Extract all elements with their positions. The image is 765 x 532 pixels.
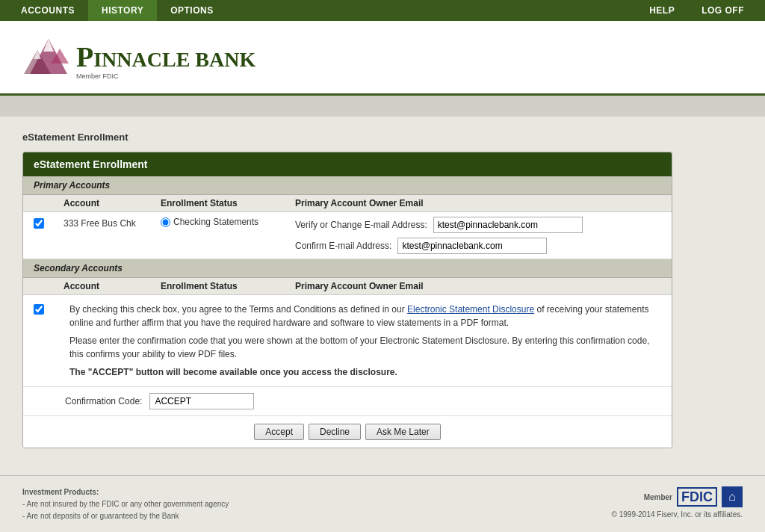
member-fdic-logo: Member FDIC	[76, 72, 255, 80]
confirm-email-row: Confirm E-mail Address:	[295, 238, 661, 254]
ask-me-later-button[interactable]: Ask Me Later	[365, 424, 441, 440]
card-header: eStatement Enrollment	[23, 152, 672, 176]
confirmation-section: Confirmation Code:	[23, 387, 672, 416]
confirmation-input[interactable]	[149, 393, 254, 409]
footer-line1: - Are not insured by the FDIC or any oth…	[22, 498, 229, 510]
header: PINNACLE BANK Member FDIC	[0, 21, 765, 96]
fdic-row: Member FDIC ⌂	[644, 486, 743, 507]
secondary-account-checkbox[interactable]	[34, 304, 44, 315]
accept-notice: The "ACCEPT" button will become availabl…	[69, 365, 661, 379]
button-row: Accept Decline Ask Me Later	[23, 416, 672, 448]
footer-line2: - Are not deposits of or guaranteed by t…	[22, 510, 229, 522]
svg-marker-3	[43, 39, 54, 52]
svg-marker-4	[34, 50, 41, 59]
fdic-label: FDIC	[677, 487, 717, 507]
page-title: eStatement Enrollment	[22, 132, 743, 143]
sec-col-checkbox	[34, 281, 64, 291]
nav-help[interactable]: HELP	[636, 0, 688, 21]
accept-button[interactable]: Accept	[254, 424, 304, 440]
fiserv-copyright: © 1999-2014 Fiserv, Inc. or its affiliat…	[612, 510, 743, 519]
sub-header-bar	[0, 96, 765, 117]
primary-email-fields: Verify or Change E-mail Address: Confirm…	[295, 217, 661, 254]
primary-account-name: 333 Free Bus Chk	[64, 217, 161, 229]
footer-right: Member FDIC ⌂ © 1999-2014 Fiserv, Inc. o…	[612, 486, 743, 519]
secondary-checkbox-cell	[34, 303, 64, 315]
estatement-card: eStatement Enrollment Primary Accounts A…	[22, 152, 672, 448]
terms-paragraph-1: By checking this check box, you agree to…	[69, 303, 661, 330]
footer: Investment Products: - Are not insured b…	[0, 475, 765, 532]
electronic-disclosure-link[interactable]: Electronic Statement Disclosure	[407, 304, 534, 315]
col-enrollment: Enrollment Status	[161, 198, 295, 208]
secondary-table-header: Account Enrollment Status Primary Accoun…	[23, 278, 672, 295]
confirm-email-label: Confirm E-mail Address:	[295, 241, 391, 251]
nav-right: HELP LOG OFF	[636, 0, 758, 21]
nav-options[interactable]: OPTIONS	[157, 0, 227, 21]
nav-history[interactable]: HISTORY	[88, 0, 157, 21]
top-navigation: ACCOUNTS HISTORY OPTIONS HELP LOG OFF	[0, 0, 765, 21]
equal-housing-icon: ⌂	[722, 486, 743, 507]
col-email: Primary Account Owner Email	[295, 198, 661, 208]
sec-col-enrollment: Enrollment Status	[161, 281, 295, 291]
verify-email-input[interactable]	[433, 217, 583, 233]
sec-col-email: Primary Account Owner Email	[295, 281, 661, 291]
secondary-accounts-section-header: Secondary Accounts	[23, 259, 672, 278]
nav-accounts[interactable]: ACCOUNTS	[7, 0, 88, 21]
checking-statements-radio-label: Checking Statements	[161, 217, 295, 227]
terms-paragraph-2: Please enter the confirmation code that …	[69, 334, 661, 361]
decline-button[interactable]: Decline	[309, 424, 361, 440]
logo: PINNACLE BANK Member FDIC	[22, 35, 255, 80]
confirm-email-input[interactable]	[397, 238, 547, 254]
logo-text: PINNACLE BANK Member FDIC	[76, 43, 255, 80]
verify-email-label: Verify or Change E-mail Address:	[295, 220, 427, 230]
col-checkbox	[34, 198, 64, 208]
primary-enrollment-status: Checking Statements	[161, 217, 295, 227]
checking-statements-radio[interactable]	[161, 217, 170, 227]
primary-account-row: 333 Free Bus Chk Checking Statements Ver…	[23, 212, 672, 259]
secondary-account-row: By checking this check box, you agree to…	[23, 295, 672, 387]
sec-col-account: Account	[64, 281, 161, 291]
investment-title: Investment Products:	[22, 486, 229, 498]
secondary-terms-text: By checking this check box, you agree to…	[69, 303, 661, 379]
bank-name: PINNACLE BANK	[76, 43, 255, 71]
primary-accounts-section-header: Primary Accounts	[23, 176, 672, 195]
primary-table-header: Account Enrollment Status Primary Accoun…	[23, 195, 672, 212]
nav-left: ACCOUNTS HISTORY OPTIONS	[7, 0, 227, 21]
main-content: eStatement Enrollment eStatement Enrollm…	[0, 117, 765, 475]
nav-logoff[interactable]: LOG OFF	[688, 0, 758, 21]
primary-account-checkbox[interactable]	[34, 218, 44, 229]
member-label: Member	[644, 493, 672, 501]
logo-mountain-icon	[22, 35, 75, 80]
footer-left: Investment Products: - Are not insured b…	[22, 486, 229, 522]
confirmation-label: Confirmation Code:	[65, 396, 142, 406]
col-account: Account	[64, 198, 161, 208]
primary-checkbox-cell	[34, 217, 64, 229]
verify-email-row: Verify or Change E-mail Address:	[295, 217, 661, 233]
